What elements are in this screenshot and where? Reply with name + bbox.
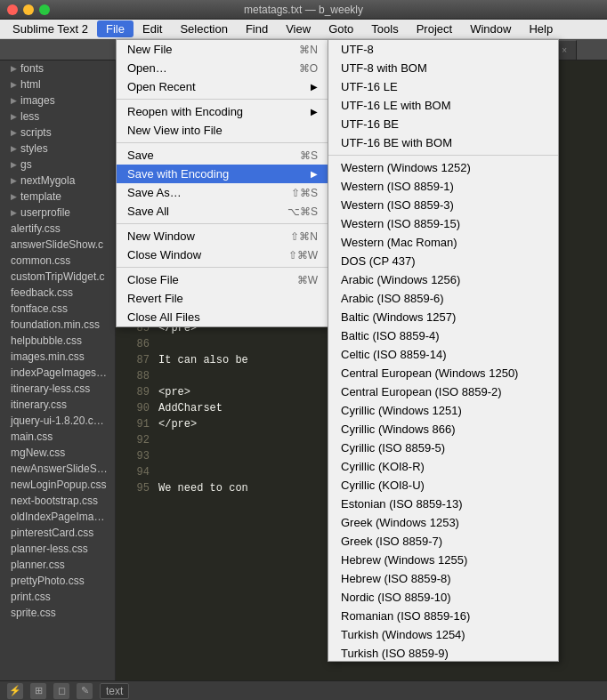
menu-edit[interactable]: Edit: [134, 20, 171, 37]
menu-open-recent[interactable]: Open Recent: [117, 77, 328, 96]
encoding-central-1250[interactable]: Central European (Windows 1250): [328, 364, 558, 382]
encoding-utf16-le-bom[interactable]: UTF-16 LE with BOM: [328, 96, 558, 115]
menu-view[interactable]: View: [277, 20, 320, 37]
encoding-turkish-1254[interactable]: Turkish (Windows 1254): [328, 625, 558, 644]
encoding-turkish-8859-9[interactable]: Turkish (ISO 8859-9): [328, 644, 558, 662]
sidebar-item-pinterest[interactable]: pinterestCard.css: [0, 525, 115, 541]
menu-close-all-files[interactable]: Close All Files: [117, 308, 328, 326]
encoding-utf16-le[interactable]: UTF-16 LE: [328, 77, 558, 96]
sidebar-item-alertify[interactable]: alertify.css: [0, 221, 115, 237]
menu-open[interactable]: Open… ⌘O: [117, 59, 328, 77]
status-icon-4[interactable]: ✎: [77, 683, 93, 699]
sidebar-item-newanswer[interactable]: newAnswerSlideShow.css: [0, 461, 115, 477]
encoding-utf8-bom[interactable]: UTF-8 with BOM: [328, 59, 558, 77]
encoding-cyrillic-8859-5[interactable]: Cyrillic (ISO 8859-5): [328, 439, 558, 457]
menu-save-as[interactable]: Save As… ⇧⌘S: [117, 183, 328, 202]
encoding-baltic-8859-4[interactable]: Baltic (ISO 8859-4): [328, 326, 558, 345]
sidebar-item-mgnew[interactable]: mgNew.css: [0, 445, 115, 461]
menu-new-view[interactable]: New View into File: [117, 121, 328, 140]
sidebar-item-jquery-ui[interactable]: jquery-ui-1.8.20.custom.css: [0, 413, 115, 429]
sidebar-item-prettyphoto[interactable]: prettyPhoto.css: [0, 573, 115, 589]
encoding-nordic[interactable]: Nordic (ISO 8859-10): [328, 588, 558, 607]
sidebar-item-helpbubble[interactable]: helpbubble.css: [0, 333, 115, 349]
encoding-cyrillic-1251[interactable]: Cyrillic (Windows 1251): [328, 401, 558, 420]
encoding-utf16-be-bom[interactable]: UTF-16 BE with BOM: [328, 133, 558, 152]
sidebar-item-feedback[interactable]: feedback.css: [0, 285, 115, 301]
encoding-greek-8859-7[interactable]: Greek (ISO 8859-7): [328, 532, 558, 551]
menu-help[interactable]: Help: [520, 20, 562, 37]
sidebar-item-common[interactable]: common.css: [0, 253, 115, 269]
sidebar-item-scripts[interactable]: scripts: [0, 125, 115, 141]
sidebar-item-images-min[interactable]: images.min.css: [0, 349, 115, 365]
menu-save-all[interactable]: Save All ⌥⌘S: [117, 202, 328, 221]
encoding-hebrew-1255[interactable]: Hebrew (Windows 1255): [328, 551, 558, 569]
encoding-hebrew-8859-8[interactable]: Hebrew (ISO 8859-8): [328, 569, 558, 588]
menu-save-encoding[interactable]: Save with Encoding: [117, 165, 328, 183]
sidebar-item-main[interactable]: main.css: [0, 429, 115, 445]
menu-close-window[interactable]: Close Window ⇧⌘W: [117, 245, 328, 264]
encoding-baltic-1257[interactable]: Baltic (Windows 1257): [328, 308, 558, 326]
encoding-greek-1253[interactable]: Greek (Windows 1253): [328, 513, 558, 532]
sidebar-item-foundation[interactable]: foundation.min.css: [0, 317, 115, 333]
sidebar-item-html[interactable]: html: [0, 76, 115, 93]
sidebar-item-userprofile[interactable]: userprofile: [0, 205, 115, 221]
encoding-central-8859-2[interactable]: Central European (ISO 8859-2): [328, 382, 558, 401]
encoding-utf16-be[interactable]: UTF-16 BE: [328, 115, 558, 133]
encoding-cyrillic-koi8u[interactable]: Cyrillic (KOI8-U): [328, 476, 558, 495]
menu-selection[interactable]: Selection: [171, 20, 236, 37]
encoding-arabic-8859-6[interactable]: Arabic (ISO 8859-6): [328, 289, 558, 308]
sidebar-item-itinerary-less[interactable]: itinerary-less.css: [0, 381, 115, 397]
encoding-celtic[interactable]: Celtic (ISO 8859-14): [328, 345, 558, 364]
sidebar-item-newlogin[interactable]: newLoginPopup.css: [0, 477, 115, 493]
menu-find[interactable]: Find: [237, 20, 277, 37]
encoding-western-1252[interactable]: Western (Windows 1252): [328, 158, 558, 177]
sidebar-item-answerslideshow[interactable]: answerSlideShow.c: [0, 237, 115, 253]
sidebar-item-template[interactable]: template: [0, 189, 115, 205]
sidebar-item-fontface[interactable]: fontface.css: [0, 301, 115, 317]
sidebar-item-images[interactable]: images: [0, 93, 115, 109]
menu-revert-file[interactable]: Revert File: [117, 289, 328, 308]
encoding-western-8859-3[interactable]: Western (ISO 8859-3): [328, 196, 558, 214]
encoding-arabic-1256[interactable]: Arabic (Windows 1256): [328, 270, 558, 289]
close-button[interactable]: [7, 4, 18, 15]
tab-close-icon[interactable]: ×: [562, 45, 567, 55]
encoding-romanian[interactable]: Romanian (ISO 8859-16): [328, 607, 558, 625]
encoding-cyrillic-866[interactable]: Cyrillic (Windows 866): [328, 420, 558, 439]
encoding-western-8859-1[interactable]: Western (ISO 8859-1): [328, 177, 558, 196]
menu-new-window[interactable]: New Window ⇧⌘N: [117, 227, 328, 245]
sidebar-item-gs[interactable]: gs: [0, 157, 115, 173]
status-text[interactable]: text: [100, 683, 129, 699]
menu-project[interactable]: Project: [408, 20, 461, 37]
sidebar-item-planner-less[interactable]: planner-less.css: [0, 541, 115, 557]
encoding-utf8[interactable]: UTF-8: [328, 40, 558, 59]
sidebar-item-indexpageimages[interactable]: indexPageImages.css: [0, 365, 115, 381]
menu-tools[interactable]: Tools: [362, 20, 407, 37]
status-icon-3[interactable]: ◻: [53, 683, 69, 699]
sidebar-item-print[interactable]: print.css: [0, 589, 115, 605]
menu-goto[interactable]: Goto: [320, 20, 362, 37]
sidebar-item-oldindex[interactable]: oldIndexPageImages.css: [0, 509, 115, 525]
menu-close-file[interactable]: Close File ⌘W: [117, 270, 328, 289]
menu-sublime[interactable]: Sublime Text 2: [4, 20, 97, 37]
encoding-dos-437[interactable]: DOS (CP 437): [328, 252, 558, 270]
sidebar-item-itinerary[interactable]: itinerary.css: [0, 397, 115, 413]
sidebar-item-next-bootstrap[interactable]: next-bootstrap.css: [0, 493, 115, 509]
sidebar-item-planner[interactable]: planner.css: [0, 557, 115, 573]
menu-reopen-encoding[interactable]: Reopen with Encoding: [117, 102, 328, 121]
encoding-western-mac[interactable]: Western (Mac Roman): [328, 233, 558, 252]
sidebar-item-customtripwidget[interactable]: customTripWidget.c: [0, 269, 115, 285]
encoding-estonian[interactable]: Estonian (ISO 8859-13): [328, 495, 558, 513]
menu-file[interactable]: File: [97, 20, 134, 37]
status-icon-1[interactable]: ⚡: [7, 683, 23, 699]
encoding-western-8859-15[interactable]: Western (ISO 8859-15): [328, 214, 558, 233]
sidebar-item-fonts[interactable]: fonts: [0, 60, 115, 76]
encoding-cyrillic-koi8r[interactable]: Cyrillic (KOI8-R): [328, 457, 558, 476]
menu-new-file[interactable]: New File ⌘N: [117, 40, 328, 59]
menu-window[interactable]: Window: [461, 20, 520, 37]
sidebar-item-nextmygola[interactable]: nextMygola: [0, 173, 115, 189]
sidebar-item-styles[interactable]: styles: [0, 141, 115, 157]
minimize-button[interactable]: [23, 4, 34, 15]
sidebar-item-less[interactable]: less: [0, 109, 115, 125]
menu-save[interactable]: Save ⌘S: [117, 146, 328, 165]
sidebar-item-sprite[interactable]: sprite.css: [0, 605, 115, 621]
